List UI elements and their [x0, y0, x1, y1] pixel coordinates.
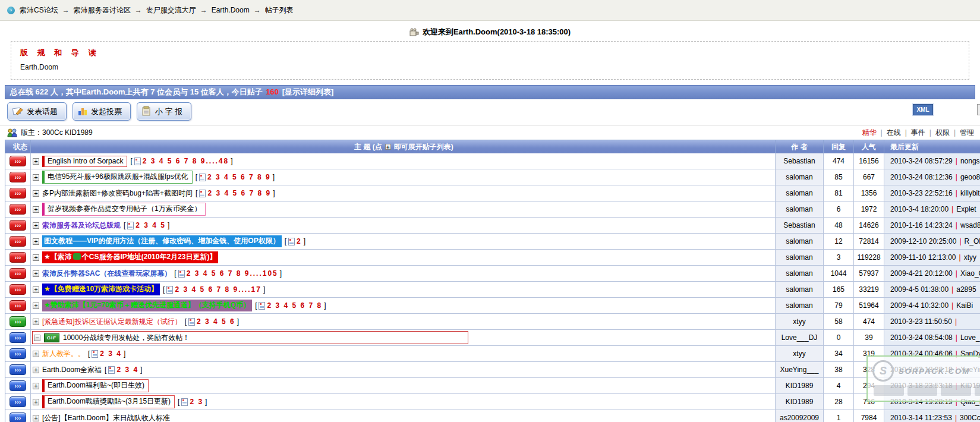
topic-title[interactable]: ★【索沛个CS服务器IP地址(2010年2月23日更新)】	[42, 251, 218, 263]
bulletin-button[interactable]: 小 字 报	[137, 102, 191, 121]
status-icon[interactable]: ›››	[10, 348, 26, 359]
expand-toggle-icon[interactable]: +	[33, 319, 39, 325]
last-updater[interactable]: Xiao_C	[960, 269, 980, 278]
topic-title[interactable]: English Intro of Sorpack	[42, 156, 127, 167]
topic-title[interactable]: 贺岁视频参赛作品提交专用帖子（1万索币奖金）	[42, 203, 206, 216]
topic-title[interactable]: 电信95死斗服+96极限跳跃服+混战服fps优化	[42, 171, 193, 184]
author-cell[interactable]: Love___DJ	[775, 330, 823, 345]
collapse-toggle-icon[interactable]: −	[34, 335, 40, 341]
author-cell[interactable]: saloman	[775, 234, 823, 249]
status-icon[interactable]: ›››	[10, 188, 26, 199]
expand-toggle-icon[interactable]: +	[33, 238, 39, 245]
author-cell[interactable]: KID1989	[775, 394, 823, 410]
breadcrumb-link[interactable]: 丧尸服交流大厅	[146, 6, 196, 14]
breadcrumb-link[interactable]: 索沛服务器讨论区	[74, 6, 131, 14]
topic-title[interactable]: 多P内部泄露新图+修改密码bug+陷害+截图时间	[42, 188, 193, 199]
page-numbers[interactable]: 2 3	[190, 398, 203, 406]
expand-toggle-icon[interactable]: +	[33, 222, 39, 229]
expand-toggle-icon[interactable]: +	[33, 286, 39, 293]
author-cell[interactable]: xtyy	[775, 346, 823, 361]
forum-link-2[interactable]: 事件	[911, 128, 925, 138]
page-numbers[interactable]: 2 3 4 5 6 7 8 9	[207, 173, 271, 181]
status-icon[interactable]: ›››	[10, 204, 26, 215]
expand-toggle-icon[interactable]: +	[33, 254, 39, 261]
breadcrumb-link[interactable]: 帖子列表	[265, 6, 294, 14]
page-numbers[interactable]: 2 3 4 5 6 7 8 9....17	[175, 285, 261, 294]
author-cell[interactable]: saloman	[775, 201, 823, 217]
status-icon[interactable]: ›››	[10, 252, 26, 263]
status-icon[interactable]: ›››	[10, 220, 26, 231]
expand-toggle-icon[interactable]: +	[33, 415, 39, 421]
topic-title[interactable]: ★赞助索沛【1元=70索币＋赠送优先进服通道】（支持手机Q币）	[42, 300, 252, 311]
topic-title[interactable]: [公告]【Earth.Doom】末日战队收人标准	[42, 413, 170, 422]
partial-button[interactable]	[977, 104, 980, 115]
expand-toggle-icon[interactable]: +	[33, 158, 39, 165]
topic-title[interactable]: 图文教程——VIP的使用方法（注册、修改密码、增加金钱、使用OP权限）	[42, 235, 282, 247]
expand-toggle-icon[interactable]: +	[33, 270, 39, 277]
author-cell[interactable]: saloman	[775, 185, 823, 201]
author-cell[interactable]: saloman	[775, 282, 823, 297]
topic-title[interactable]: Earth.Doom戰績獎勵貼~(3月15日更新)	[42, 395, 175, 408]
forum-link-3[interactable]: 权限	[935, 128, 950, 138]
status-icon[interactable]: ›››	[10, 236, 26, 247]
forum-link-4[interactable]: 管理	[960, 128, 974, 138]
expand-toggle-icon[interactable]: +	[33, 383, 39, 389]
expand-toggle-icon[interactable]: +	[33, 367, 39, 373]
last-updater[interactable]: Explet	[956, 205, 976, 213]
author-cell[interactable]: saloman	[775, 250, 823, 265]
topic-title[interactable]: 10000分战绩专用发帖处，奖励有效帖！	[63, 333, 190, 343]
last-updater[interactable]: R_ONE	[965, 237, 980, 245]
author-cell[interactable]: KID1989	[775, 378, 823, 393]
status-icon[interactable]: ›››	[10, 412, 26, 422]
author-cell[interactable]: saloman	[775, 169, 823, 185]
author-cell[interactable]: xtyy	[775, 314, 823, 329]
topic-title[interactable]: 新人教学。。	[42, 349, 85, 359]
topic-title[interactable]: Earth.Doom福利贴~(即日生效)	[42, 379, 149, 392]
expand-toggle-icon[interactable]: +	[33, 351, 39, 357]
forum-link-0[interactable]: 精华	[862, 128, 877, 138]
author-cell[interactable]: Sebastian	[775, 218, 823, 233]
expand-toggle-icon[interactable]: +	[33, 206, 39, 213]
page-numbers[interactable]: 2 3 4 5 6 7 8 9	[207, 189, 271, 197]
last-updater[interactable]: KaiBi	[956, 301, 973, 310]
new-poll-button[interactable]: 发起投票	[73, 102, 131, 121]
page-numbers[interactable]: 2 3 4 5 6	[197, 317, 235, 326]
last-updater[interactable]: killybit	[960, 189, 980, 197]
forum-link-1[interactable]: 在线	[887, 128, 901, 138]
status-icon[interactable]: ›››	[10, 268, 26, 279]
page-numbers[interactable]: 2 3 4 5	[136, 221, 166, 229]
status-icon[interactable]: ›››	[10, 300, 26, 311]
page-numbers[interactable]: 2 3 4	[116, 366, 138, 374]
last-updater[interactable]: geoo8	[960, 173, 980, 181]
last-updater[interactable]: nongs	[960, 157, 980, 165]
last-updater[interactable]: 300Cc	[960, 414, 980, 422]
page-numbers[interactable]: 2 3 4	[100, 349, 122, 358]
expand-toggle-icon[interactable]: +	[33, 190, 39, 197]
topic-title[interactable]: ★【免费赠送10万索沛游戏卡活动】	[42, 284, 160, 295]
last-updater[interactable]: xtyy	[964, 253, 976, 262]
status-icon[interactable]: ›››	[10, 284, 26, 295]
expand-toggle-icon[interactable]: +	[33, 174, 39, 181]
expand-toggle-icon[interactable]: +	[33, 399, 39, 405]
breadcrumb-link[interactable]: 索沛CS论坛	[20, 6, 58, 14]
author-cell[interactable]: as20092009	[775, 410, 823, 422]
last-updater[interactable]: wsad8	[960, 221, 980, 229]
breadcrumb-link[interactable]: Earth.Doom	[212, 6, 250, 14]
page-numbers[interactable]: 2	[297, 237, 302, 245]
show-detail-link[interactable]: [显示详细列表]	[282, 87, 334, 96]
author-cell[interactable]: Sebastian	[775, 153, 823, 169]
status-icon[interactable]: ›››	[10, 316, 26, 327]
author-cell[interactable]: saloman	[775, 298, 823, 313]
xml-feed-button[interactable]: XML	[913, 104, 933, 115]
topic-title[interactable]: Earth.Doom全家福	[42, 365, 102, 375]
page-numbers[interactable]: 2 3 4 5 6 7 8 9....105	[187, 269, 278, 278]
status-icon[interactable]: ›››	[10, 396, 26, 407]
last-updater[interactable]: a2895	[956, 285, 976, 294]
status-icon[interactable]: ›››	[10, 364, 26, 375]
topic-title[interactable]: [紧急通知]投诉区证据认定最新规定（试行）	[42, 317, 182, 327]
topic-title[interactable]: 索沛服务器及论坛总版规	[42, 221, 121, 231]
topic-title[interactable]: 索沛反作弊器SAC（在线查看玩家屏幕）	[42, 269, 171, 279]
status-icon[interactable]: ›››	[10, 172, 26, 182]
author-cell[interactable]: XueYing___	[775, 362, 823, 377]
expand-toggle-icon[interactable]: +	[33, 303, 39, 309]
